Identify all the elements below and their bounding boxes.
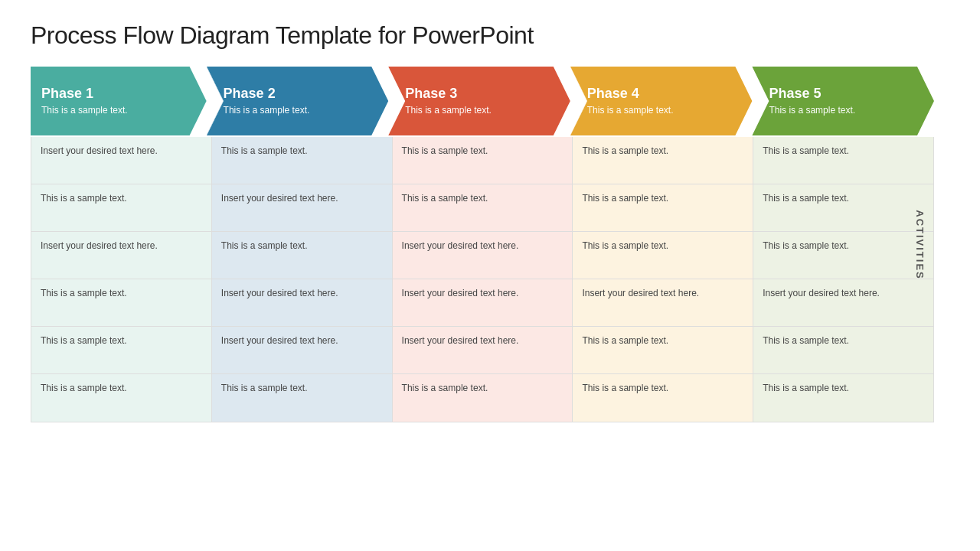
grid-cell-3-4[interactable]: Insert your desired text here. (393, 279, 573, 327)
phase-2-label: Phase 2 (224, 86, 378, 102)
phase-2-sub: This is a sample text. (224, 105, 378, 117)
grid-cell-5-4[interactable]: Insert your desired text here. (753, 279, 933, 327)
phase-3-label: Phase 3 (405, 86, 560, 102)
content-wrapper: Phase 1 This is a sample text. Phase 2 T… (31, 67, 949, 422)
grid-cell-2-6[interactable]: This is a sample text. (212, 374, 392, 422)
grid-col-3: This is a sample text.This is a sample t… (393, 137, 573, 422)
grid-cell-4-1[interactable]: This is a sample text. (573, 137, 753, 184)
grid-col-5: This is a sample text.This is a sample t… (753, 137, 933, 422)
phase-2-arrow: Phase 2 This is a sample text. (207, 67, 389, 135)
grid-cell-3-2[interactable]: This is a sample text. (393, 184, 573, 232)
grid-cell-1-2[interactable]: This is a sample text. (31, 184, 211, 232)
grid-cell-3-3[interactable]: Insert your desired text here. (393, 232, 573, 279)
phase-5-arrow: Phase 5 This is a sample text. (752, 67, 934, 135)
phase-4-sub: This is a sample text. (587, 105, 742, 117)
grid-cell-2-4[interactable]: Insert your desired text here. (212, 279, 392, 327)
grid-cell-2-2[interactable]: Insert your desired text here. (212, 184, 392, 232)
phase-1-arrow: Phase 1 This is a sample text. (31, 67, 207, 135)
phase-4-label: Phase 4 (587, 86, 742, 102)
main-content: Phase 1 This is a sample text. Phase 2 T… (31, 67, 934, 422)
activity-grid: Insert your desired text here.This is a … (31, 137, 934, 422)
grid-cell-2-3[interactable]: This is a sample text. (212, 232, 392, 279)
phase-header-row: Phase 1 This is a sample text. Phase 2 T… (31, 67, 934, 135)
grid-cell-4-4[interactable]: Insert your desired text here. (573, 279, 753, 327)
phase-5-label: Phase 5 (769, 86, 923, 102)
grid-cell-4-2[interactable]: This is a sample text. (573, 184, 753, 232)
page: Process Flow Diagram Template for PowerP… (0, 0, 980, 551)
grid-cell-4-3[interactable]: This is a sample text. (573, 232, 753, 279)
grid-cell-3-6[interactable]: This is a sample text. (393, 374, 573, 422)
grid-cell-4-5[interactable]: This is a sample text. (573, 327, 753, 374)
phase-5-sub: This is a sample text. (769, 105, 923, 117)
grid-cell-5-3[interactable]: This is a sample text. (753, 232, 933, 279)
grid-col-1: Insert your desired text here.This is a … (31, 137, 212, 422)
grid-cell-2-5[interactable]: Insert your desired text here. (212, 327, 392, 374)
phase-4-arrow: Phase 4 This is a sample text. (570, 67, 753, 135)
grid-col-4: This is a sample text.This is a sample t… (573, 137, 753, 422)
grid-cell-5-1[interactable]: This is a sample text. (753, 137, 933, 184)
grid-cell-1-3[interactable]: Insert your desired text here. (31, 232, 211, 279)
grid-cell-2-1[interactable]: This is a sample text. (212, 137, 392, 184)
activities-label: ACTIVITIES (915, 210, 926, 280)
phase-3-sub: This is a sample text. (405, 105, 560, 117)
phase-1-label: Phase 1 (41, 86, 196, 102)
grid-cell-3-5[interactable]: Insert your desired text here. (393, 327, 573, 374)
phase-1-sub: This is a sample text. (41, 105, 196, 117)
grid-cell-1-6[interactable]: This is a sample text. (31, 374, 211, 422)
grid-cell-1-1[interactable]: Insert your desired text here. (31, 137, 211, 184)
grid-cell-4-6[interactable]: This is a sample text. (573, 374, 753, 422)
page-title: Process Flow Diagram Template for PowerP… (31, 21, 949, 50)
grid-cell-5-6[interactable]: This is a sample text. (753, 374, 933, 422)
grid-cell-1-5[interactable]: This is a sample text. (31, 327, 211, 374)
grid-cell-5-2[interactable]: This is a sample text. (753, 184, 933, 232)
grid-cell-3-1[interactable]: This is a sample text. (393, 137, 573, 184)
grid-col-2: This is a sample text.Insert your desire… (212, 137, 393, 422)
grid-cell-1-4[interactable]: This is a sample text. (31, 279, 211, 327)
phase-3-arrow: Phase 3 This is a sample text. (388, 67, 570, 135)
grid-cell-5-5[interactable]: This is a sample text. (753, 327, 933, 374)
